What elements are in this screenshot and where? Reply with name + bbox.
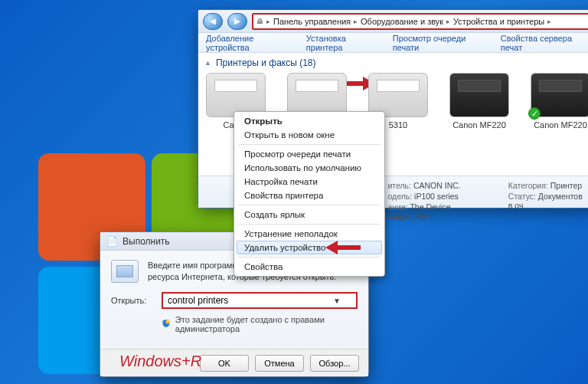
run-admin-note: Это задание будет создано с правами адми…	[175, 315, 358, 333]
ok-button[interactable]: OK	[200, 355, 249, 372]
detail-label: одель:	[387, 192, 412, 201]
browse-button[interactable]: Обзор...	[310, 355, 359, 372]
breadcrumb-seg[interactable]: Оборудование и звук	[361, 17, 443, 26]
detail-label: Категория:	[508, 181, 548, 190]
run-title-text: Выполнить	[122, 236, 170, 247]
printer-icon: ✓	[531, 73, 588, 117]
printer-label: Canon MF220	[449, 120, 509, 130]
run-dialog-icon	[111, 260, 139, 283]
menu-separator	[238, 257, 381, 258]
ctx-printer-props[interactable]: Свойства принтера	[237, 189, 382, 202]
ctx-open[interactable]: Открыть	[237, 114, 382, 128]
context-menu: Открыть Открыть в новом окне Просмотр оч…	[234, 111, 385, 277]
menu-separator	[238, 224, 381, 225]
ctx-create-shortcut[interactable]: Создать ярлык	[237, 208, 382, 222]
cancel-button[interactable]: Отмена	[255, 355, 304, 372]
chevron-right-icon: ▸	[446, 18, 450, 25]
detail-value: Принтер	[550, 181, 582, 190]
folder-icon: 🖶	[256, 18, 263, 25]
ctx-view-queue[interactable]: Просмотр очереди печати	[237, 147, 382, 161]
chevron-right-icon: ▸	[547, 18, 551, 25]
toolbar-add-device[interactable]: Добавление устройства	[206, 34, 292, 52]
nav-forward-button[interactable]: ►	[227, 13, 247, 30]
annotation-arrow-icon	[325, 239, 361, 256]
toolbar-view-queue[interactable]: Просмотр очереди печати	[393, 34, 487, 52]
section-header: ▲ Принтеры и факсы (18)	[198, 53, 588, 70]
printer-item[interactable]: ✓ Canon MF220	[531, 73, 588, 130]
ctx-properties[interactable]: Свойства	[237, 260, 382, 274]
section-title: Принтеры и факсы (18)	[216, 57, 316, 68]
detail-value: iP100 series	[414, 192, 459, 201]
toolbar-add-printer[interactable]: Установка принтера	[306, 34, 379, 52]
printer-label: Canon MF220	[531, 120, 588, 130]
run-input-box[interactable]: ▼	[162, 292, 358, 309]
hotkey-annotation: Windows+R	[119, 353, 201, 370]
detail-value: CANON INC.	[413, 181, 461, 190]
address-bar[interactable]: 🖶 ▸ Панель управления ▸ Оборудование и з…	[252, 13, 588, 30]
detail-label: ание:	[387, 202, 407, 212]
detail-label: Статус:	[508, 192, 536, 201]
collapse-icon[interactable]: ▲	[204, 59, 211, 67]
detail-label: итель:	[387, 181, 411, 190]
ctx-open-new-window[interactable]: Открыть в новом окне	[237, 128, 382, 142]
toolbar-server-props[interactable]: Свойства сервера печат	[501, 34, 588, 52]
chevron-right-icon: ▸	[266, 18, 270, 25]
explorer-titlebar: ◄ ► 🖶 ▸ Панель управления ▸ Оборудование…	[198, 10, 588, 33]
explorer-toolbar: Добавление устройства Установка принтера…	[198, 33, 588, 53]
breadcrumb-seg[interactable]: Устройства и принтеры	[453, 17, 544, 26]
ctx-print-prefs[interactable]: Настройка печати	[237, 175, 382, 189]
ctx-set-default[interactable]: Использовать по умолчанию	[237, 161, 382, 175]
run-title-icon: 📄	[106, 236, 118, 247]
printer-icon	[449, 73, 509, 117]
run-open-label: Открыть:	[111, 296, 155, 305]
breadcrumb-seg[interactable]: Панель управления	[273, 17, 351, 26]
printer-item[interactable]: Canon MF220	[449, 73, 509, 130]
dropdown-icon[interactable]: ▼	[333, 297, 341, 305]
default-check-icon: ✓	[528, 107, 541, 120]
chevron-right-icon: ▸	[354, 18, 358, 25]
menu-separator	[238, 144, 381, 145]
menu-separator	[238, 205, 381, 205]
nav-back-button[interactable]: ◄	[203, 13, 223, 30]
shield-icon	[162, 319, 171, 330]
run-command-input[interactable]	[168, 295, 333, 306]
